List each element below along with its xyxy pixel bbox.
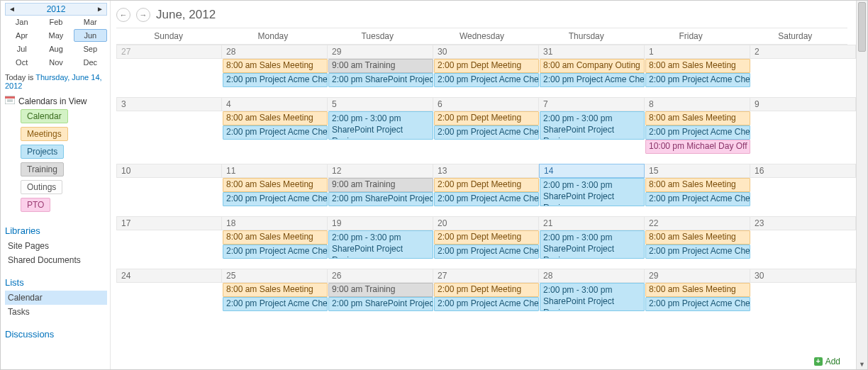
calendar-grid[interactable]: 2728293031128:00 am Sales Meeting9:00 am…: [116, 45, 856, 354]
mini-month-oct[interactable]: Oct: [5, 56, 38, 69]
nav-lists-head[interactable]: Lists: [5, 277, 107, 288]
prev-month-button[interactable]: ←: [116, 8, 130, 22]
mini-month-feb[interactable]: Feb: [39, 16, 72, 28]
prev-year-icon[interactable]: ◄: [9, 5, 16, 13]
calendar-tag-training[interactable]: Training: [21, 162, 64, 176]
calendar-tag-outings[interactable]: Outings: [21, 180, 62, 194]
date-cell[interactable]: 17: [116, 216, 222, 230]
date-cell[interactable]: 22: [645, 216, 750, 230]
date-cell[interactable]: 14: [539, 164, 645, 178]
date-cell[interactable]: 12: [328, 164, 433, 178]
calendar-event[interactable]: 2:00 pm Project Acme Check-in: [434, 245, 539, 259]
scroll-down-icon[interactable]: ▼: [859, 361, 865, 368]
next-month-button[interactable]: →: [136, 8, 150, 22]
date-cell[interactable]: 19: [328, 216, 433, 230]
date-cell[interactable]: 4: [222, 97, 328, 111]
calendar-event[interactable]: 2:00 pm Dept Meeting: [434, 230, 539, 245]
calendar-event[interactable]: 2:00 pm Project Acme Check-in: [223, 192, 328, 206]
calendar-event[interactable]: 2:00 pm Dept Meeting: [434, 111, 539, 125]
date-cell[interactable]: 28: [539, 269, 645, 283]
calendar-event[interactable]: 2:00 pm Project Acme Check-in: [540, 73, 645, 87]
calendar-event[interactable]: 2:00 pm SharePoint Project Review: [328, 192, 433, 206]
calendar-tag-projects[interactable]: Projects: [21, 145, 64, 159]
calendar-event[interactable]: 2:00 pm Project Acme Check-in: [645, 245, 750, 259]
date-cell[interactable]: 11: [222, 164, 328, 178]
calendar-event[interactable]: 2:00 pm Project Acme Check-in: [434, 73, 539, 87]
calendar-event[interactable]: 10:00 pm Michael Day Off: [645, 140, 750, 154]
calendar-event[interactable]: 2:00 pm - 3:00 pm SharePoint Project Rev…: [540, 111, 645, 140]
calendar-event[interactable]: 2:00 pm Dept Meeting: [434, 283, 539, 297]
calendar-event[interactable]: 8:00 am Sales Meeting: [223, 230, 328, 245]
calendar-event[interactable]: 9:00 am Training: [328, 59, 433, 73]
calendar-event[interactable]: 2:00 pm Project Acme Check-in: [645, 125, 750, 140]
date-cell[interactable]: 6: [433, 97, 539, 111]
nav-item-tasks[interactable]: Tasks: [5, 305, 107, 319]
calendar-event[interactable]: 8:00 am Sales Meeting: [223, 111, 328, 125]
date-cell[interactable]: 13: [433, 164, 539, 178]
calendar-event[interactable]: 8:00 am Sales Meeting: [223, 59, 328, 73]
date-cell[interactable]: 26: [328, 269, 433, 283]
mini-month-aug[interactable]: Aug: [39, 43, 72, 55]
calendar-event[interactable]: 2:00 pm Dept Meeting: [434, 178, 539, 192]
calendar-event[interactable]: 2:00 pm - 3:00 pm SharePoint Project Rev…: [540, 230, 645, 259]
page-scrollbar[interactable]: ▼: [856, 1, 867, 369]
calendar-event[interactable]: 2:00 pm Project Acme Check-in: [434, 192, 539, 206]
nav-item-calendar[interactable]: Calendar: [5, 291, 107, 305]
date-cell[interactable]: 30: [750, 269, 856, 283]
calendar-event[interactable]: 8:00 am Company Outing: [540, 59, 645, 73]
nav-item-shared-documents[interactable]: Shared Documents: [5, 253, 107, 267]
calendar-event[interactable]: 8:00 am Sales Meeting: [645, 111, 750, 125]
date-cell[interactable]: 30: [433, 45, 539, 59]
mini-month-jan[interactable]: Jan: [5, 16, 38, 28]
mini-month-jun[interactable]: Jun: [74, 29, 107, 42]
calendar-event[interactable]: 8:00 am Sales Meeting: [645, 178, 750, 192]
date-cell[interactable]: 9: [750, 97, 856, 111]
scrollbar-thumb[interactable]: [858, 2, 866, 52]
mini-month-jul[interactable]: Jul: [5, 43, 38, 55]
date-cell[interactable]: 20: [433, 216, 539, 230]
date-cell[interactable]: 2: [750, 45, 856, 59]
date-cell[interactable]: 7: [539, 97, 645, 111]
calendar-event[interactable]: 2:00 pm Dept Meeting: [434, 59, 539, 73]
calendar-event[interactable]: 2:00 pm - 3:00 pm SharePoint Project Rev…: [540, 283, 645, 311]
date-cell[interactable]: 16: [750, 164, 856, 178]
mini-month-dec[interactable]: Dec: [74, 56, 107, 69]
calendar-event[interactable]: 2:00 pm Project Acme Check-in: [223, 297, 328, 311]
calendar-event[interactable]: 8:00 am Sales Meeting: [645, 59, 750, 73]
mini-calendar-year[interactable]: 2012: [47, 4, 66, 14]
date-cell[interactable]: 18: [222, 216, 328, 230]
nav-item-site-pages[interactable]: Site Pages: [5, 239, 107, 253]
date-cell[interactable]: 24: [116, 269, 222, 283]
calendar-event[interactable]: 8:00 am Sales Meeting: [223, 178, 328, 192]
calendar-event[interactable]: 2:00 pm SharePoint Project Review: [328, 73, 433, 87]
date-cell[interactable]: 5: [328, 97, 433, 111]
mini-month-nov[interactable]: Nov: [39, 56, 72, 69]
calendar-event[interactable]: 2:00 pm - 3:00 pm SharePoint Project Rev…: [328, 111, 433, 140]
date-cell[interactable]: 31: [539, 45, 645, 59]
date-cell[interactable]: 15: [645, 164, 750, 178]
calendar-event[interactable]: 8:00 am Sales Meeting: [645, 230, 750, 245]
calendar-event[interactable]: 8:00 am Sales Meeting: [645, 283, 750, 297]
date-cell[interactable]: 3: [116, 97, 222, 111]
calendar-event[interactable]: 2:00 pm Project Acme Check-in: [223, 73, 328, 87]
date-cell[interactable]: 25: [222, 269, 328, 283]
add-event-link[interactable]: + Add: [111, 354, 856, 369]
date-cell[interactable]: 8: [645, 97, 750, 111]
calendar-tag-calendar[interactable]: Calendar: [21, 109, 68, 123]
calendar-event[interactable]: 2:00 pm - 3:00 pm SharePoint Project Rev…: [540, 178, 645, 206]
next-year-icon[interactable]: ►: [96, 5, 104, 13]
date-cell[interactable]: 10: [116, 164, 222, 178]
mini-month-apr[interactable]: Apr: [5, 29, 38, 42]
calendar-tag-pto[interactable]: PTO: [21, 198, 50, 212]
calendar-event[interactable]: 2:00 pm Project Acme Check-in: [645, 297, 750, 311]
date-cell[interactable]: 29: [328, 45, 433, 59]
calendar-event[interactable]: 2:00 pm - 3:00 pm SharePoint Project Rev…: [328, 230, 433, 259]
nav-libraries-head[interactable]: Libraries: [5, 225, 107, 236]
calendar-event[interactable]: 2:00 pm Project Acme Check-in: [223, 245, 328, 259]
calendar-event[interactable]: 2:00 pm Project Acme Check-in: [645, 192, 750, 206]
calendar-event[interactable]: 9:00 am Training: [328, 283, 433, 297]
calendar-tag-meetings[interactable]: Meetings: [21, 127, 68, 141]
date-cell[interactable]: 23: [750, 216, 856, 230]
date-cell[interactable]: 29: [645, 269, 750, 283]
date-cell[interactable]: 21: [539, 216, 645, 230]
